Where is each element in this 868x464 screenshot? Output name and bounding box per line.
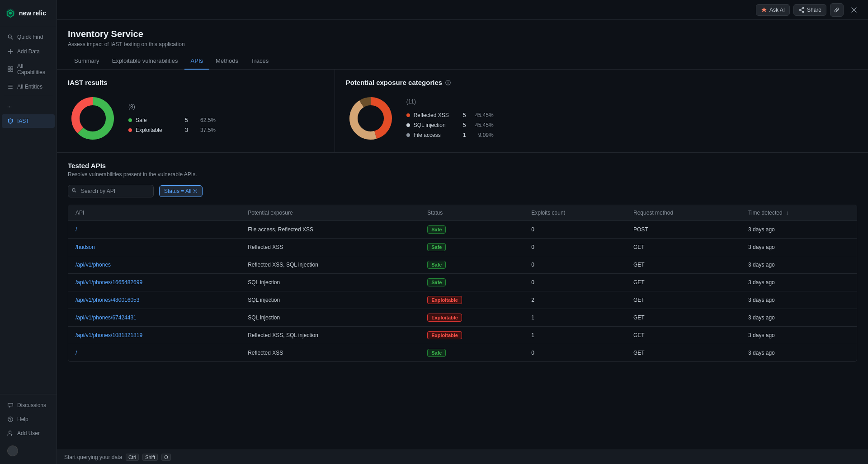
col-exposure: Potential exposure xyxy=(241,205,420,221)
api-link[interactable]: /hudson xyxy=(75,244,95,250)
user-avatar[interactable] xyxy=(2,442,55,460)
table-row: /api/v1/phones/480016053 SQL injection E… xyxy=(68,291,857,309)
cell-exposure: SQL injection xyxy=(241,274,420,291)
sort-icon: ↓ xyxy=(786,210,788,216)
cell-exposure: File access, Reflected XSS xyxy=(241,221,420,239)
cell-exploits: 0 xyxy=(524,344,626,362)
iast-total: (8) xyxy=(128,103,216,110)
sidebar-item-all-capabilities[interactable]: All Capabilities xyxy=(2,59,55,79)
cell-method: GET xyxy=(626,239,741,256)
tab-methods[interactable]: Methods xyxy=(209,53,245,70)
iast-results-chart: (8) Safe 5 62.5% Exploitable 3 37.5% xyxy=(68,94,324,143)
sidebar-item-all-entities[interactable]: All Entities xyxy=(2,80,55,94)
svg-point-15 xyxy=(81,107,104,130)
exposure-legend-sql: SQL injection 5 45.45% xyxy=(406,122,494,128)
cell-method: GET xyxy=(626,274,741,291)
new-relic-logo-icon xyxy=(5,8,15,18)
exploitable-dot xyxy=(128,128,132,132)
sidebar-item-quick-find[interactable]: Quick Find xyxy=(2,30,55,44)
cell-exposure: Reflected XSS xyxy=(241,239,420,256)
cell-exploits: 1 xyxy=(524,309,626,327)
plus-icon xyxy=(7,48,14,55)
api-link[interactable]: /api/v1/phones/67424431 xyxy=(75,314,137,321)
api-link[interactable]: / xyxy=(75,350,77,356)
cell-time: 3 days ago xyxy=(741,291,857,309)
sidebar-item-add-data[interactable]: Add Data xyxy=(2,45,55,58)
sidebar-item-dots[interactable]: ··· xyxy=(2,100,55,113)
sidebar-item-discussions[interactable]: Discussions xyxy=(2,398,55,412)
exposure-donut-svg xyxy=(346,94,396,143)
exposure-legend-xss: Reflected XSS 5 45.45% xyxy=(406,112,494,118)
exposure-chart: (11) Reflected XSS 5 45.45% SQL injectio… xyxy=(346,94,857,143)
exposure-donut xyxy=(346,94,396,143)
cell-status: Safe xyxy=(420,344,524,362)
cell-time: 3 days ago xyxy=(741,327,857,344)
share-icon xyxy=(798,7,805,13)
api-link[interactable]: /api/v1/phones/1081821819 xyxy=(75,332,142,338)
ask-ai-button[interactable]: Ask AI xyxy=(756,4,790,16)
cell-api: /api/v1/phones/480016053 xyxy=(68,291,241,309)
ask-ai-icon xyxy=(761,7,767,13)
bottom-bar-text: Start querying your data xyxy=(64,454,122,460)
cell-time: 3 days ago xyxy=(741,309,857,327)
api-link[interactable]: /api/v1/phones xyxy=(75,262,111,268)
search-input[interactable] xyxy=(68,185,154,197)
exposure-panel: Potential exposure categories xyxy=(335,70,868,152)
table-row: / Reflected XSS Safe 0 GET 3 days ago xyxy=(68,344,857,362)
main-content: Ask AI Share Inventory Service Assess im… xyxy=(57,0,868,464)
cell-status: Safe xyxy=(420,256,524,274)
svg-rect-4 xyxy=(11,67,13,69)
cell-time: 3 days ago xyxy=(741,256,857,274)
table-row: /api/v1/phones Reflected XSS, SQL inject… xyxy=(68,256,857,274)
sidebar-item-help[interactable]: Help xyxy=(2,412,55,426)
shield-icon xyxy=(7,118,14,124)
sidebar-item-add-user[interactable]: Add User xyxy=(2,427,55,440)
kbd-ctrl: Ctrl xyxy=(126,454,139,461)
svg-point-9 xyxy=(9,431,11,433)
svg-point-8 xyxy=(10,420,10,421)
cell-method: GET xyxy=(626,256,741,274)
cell-api: / xyxy=(68,344,241,362)
kbd-o: O xyxy=(161,454,171,461)
iast-legend-safe: Safe 5 62.5% xyxy=(128,117,216,123)
cell-exposure: SQL injection xyxy=(241,291,420,309)
exposure-legend-file: File access 1 9.09% xyxy=(406,132,494,138)
filter-close-icon xyxy=(193,189,198,193)
cell-time: 3 days ago xyxy=(741,274,857,291)
svg-point-17 xyxy=(448,81,448,82)
status-badge: Exploitable xyxy=(427,331,462,339)
tab-apis[interactable]: APIs xyxy=(184,53,209,70)
status-filter[interactable]: Status = All xyxy=(159,185,203,197)
tab-exploitable[interactable]: Exploitable vulnerabilities xyxy=(106,53,184,70)
status-badge: Safe xyxy=(427,278,446,286)
link-button[interactable] xyxy=(830,3,844,17)
search-wrap xyxy=(68,185,154,197)
api-link[interactable]: / xyxy=(75,226,77,233)
cell-status: Exploitable xyxy=(420,309,524,327)
cell-exploits: 0 xyxy=(524,274,626,291)
tab-traces[interactable]: Traces xyxy=(245,53,275,70)
dots-label: ··· xyxy=(7,103,12,110)
iast-legend: (8) Safe 5 62.5% Exploitable 3 37.5% xyxy=(128,103,216,133)
cell-status: Safe xyxy=(420,239,524,256)
exposure-title: Potential exposure categories xyxy=(346,79,857,86)
sidebar-item-iast[interactable]: IAST xyxy=(2,114,55,128)
exposure-total: (11) xyxy=(406,98,494,105)
api-link[interactable]: /api/v1/phones/480016053 xyxy=(75,297,139,303)
status-badge: Exploitable xyxy=(427,296,462,304)
cell-status: Exploitable xyxy=(420,327,524,344)
api-link[interactable]: /api/v1/phones/1665482699 xyxy=(75,279,142,286)
table-row: / File access, Reflected XSS Safe 0 POST… xyxy=(68,221,857,239)
cell-status: Safe xyxy=(420,221,524,239)
bottom-bar: Start querying your data Ctrl Shift O xyxy=(57,450,868,464)
share-button[interactable]: Share xyxy=(793,4,826,16)
svg-point-10 xyxy=(802,7,804,9)
search-icon xyxy=(71,188,77,195)
tab-summary[interactable]: Summary xyxy=(68,53,106,70)
svg-point-2 xyxy=(8,35,11,38)
col-time[interactable]: Time detected ↓ xyxy=(741,205,857,221)
close-button[interactable] xyxy=(847,3,861,17)
sql-dot xyxy=(406,123,410,127)
cell-exploits: 1 xyxy=(524,327,626,344)
close-icon xyxy=(850,6,858,14)
